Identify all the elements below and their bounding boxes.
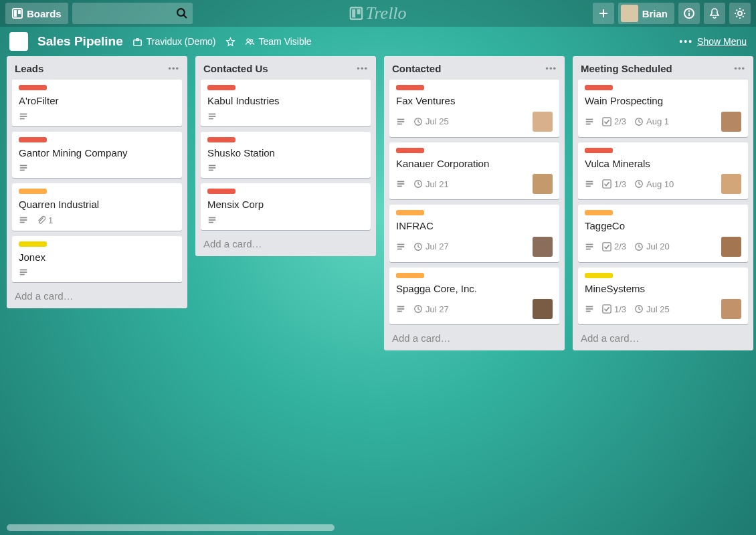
member-avatar[interactable]: [533, 174, 553, 194]
card[interactable]: Mensix Corp: [201, 183, 371, 230]
search-input[interactable]: [72, 3, 193, 24]
list-title[interactable]: Contacted Us: [203, 63, 268, 74]
card[interactable]: Jonex: [12, 236, 182, 283]
card[interactable]: Vulca Minerals 1/3Aug 10: [578, 142, 748, 200]
card[interactable]: INFRAC Jul 27: [389, 205, 559, 262]
add-card-button[interactable]: Add a card…: [389, 330, 559, 345]
card-title: Quarren Industrial: [19, 198, 175, 211]
list-header: Meeting Scheduled •••: [578, 62, 748, 74]
list-menu-button[interactable]: •••: [734, 64, 745, 74]
card[interactable]: Wain Prospecting 2/3Aug 1: [578, 80, 748, 137]
card-badges-row: [19, 112, 175, 121]
card-title: Mensix Corp: [207, 198, 364, 211]
member-avatar[interactable]: [533, 112, 553, 132]
card-label: [19, 85, 47, 90]
card-label: [396, 210, 424, 215]
member-avatar[interactable]: [721, 237, 741, 257]
member-avatar[interactable]: [721, 112, 741, 132]
add-card-button[interactable]: Add a card…: [12, 288, 182, 303]
create-button[interactable]: [593, 3, 614, 24]
visibility-label: Team Visible: [259, 36, 312, 47]
info-icon: [683, 7, 695, 19]
card[interactable]: Gantor Mining Company: [12, 132, 182, 179]
list-menu-button[interactable]: •••: [545, 64, 557, 74]
card[interactable]: TaggeCo 2/3Jul 20: [578, 205, 748, 262]
card-badges: 1/3Aug 10: [585, 179, 674, 189]
card-badges-row: [19, 268, 175, 277]
gear-icon: [734, 7, 746, 19]
info-button[interactable]: [678, 3, 700, 24]
star-icon: [225, 37, 235, 47]
list-menu-button[interactable]: •••: [357, 64, 368, 74]
list: Meeting Scheduled ••• Wain Prospecting 2…: [573, 56, 753, 350]
notifications-button[interactable]: [704, 3, 725, 24]
member-avatar[interactable]: [721, 174, 741, 194]
card[interactable]: Spagga Core, Inc. Jul 27: [389, 268, 559, 325]
add-card-button[interactable]: Add a card…: [201, 235, 371, 251]
card-title: A'roFilter: [19, 94, 175, 108]
due-badge: Jul 25: [634, 304, 670, 314]
attachment-badge: 1: [36, 215, 53, 225]
card-title: Shusko Station: [207, 146, 364, 160]
star-board-button[interactable]: [225, 37, 235, 47]
card-badges-row: Jul 25: [396, 112, 553, 132]
member-avatar[interactable]: [721, 299, 741, 319]
user-menu-button[interactable]: Brian: [618, 3, 674, 24]
card-badges-row: 2/3Aug 1: [585, 112, 741, 132]
card-label: [585, 210, 613, 215]
card-badges-row: Jul 27: [396, 237, 553, 257]
show-menu-link[interactable]: Show Menu: [697, 36, 747, 47]
member-avatar[interactable]: [533, 299, 553, 319]
horizontal-scrollbar[interactable]: [7, 524, 335, 531]
board-header: Sales Pipeline Travidux (Demo) Team Visi…: [0, 27, 756, 56]
card-label: [19, 241, 47, 247]
list-title[interactable]: Leads: [15, 63, 43, 74]
description-badge: [19, 268, 28, 277]
card-title: TaggeCo: [585, 219, 741, 233]
card-badges-row: [207, 112, 364, 121]
top-bar: Boards Trello Brian: [0, 0, 756, 27]
settings-button[interactable]: [729, 3, 751, 24]
card[interactable]: Quarren Industrial 1: [12, 183, 182, 231]
card-label: [585, 273, 613, 278]
card[interactable]: MineSystems 1/3Jul 25: [578, 268, 748, 325]
list-menu-button[interactable]: •••: [168, 64, 179, 74]
card-badges: [207, 215, 217, 225]
due-badge: Jul 21: [413, 179, 449, 189]
card-badges-row: Jul 21: [396, 174, 553, 194]
list-header: Leads •••: [12, 62, 182, 74]
list-title[interactable]: Contacted: [392, 63, 441, 74]
card-label: [585, 148, 613, 153]
card[interactable]: Fax Ventures Jul 25: [389, 80, 559, 137]
visibility-button[interactable]: Team Visible: [245, 36, 312, 47]
due-badge: Aug 10: [634, 179, 674, 189]
avatar: [621, 5, 638, 22]
checklist-badge: 2/3: [602, 241, 626, 251]
card[interactable]: Kabul Industries: [201, 80, 371, 126]
card-label: [19, 189, 47, 194]
org-link[interactable]: Travidux (Demo): [132, 36, 216, 47]
description-badge: [396, 304, 405, 314]
board-icon: [349, 7, 363, 20]
add-card-button[interactable]: Add a card…: [578, 330, 748, 345]
list-title[interactable]: Meeting Scheduled: [581, 63, 672, 74]
description-badge: [585, 242, 594, 251]
board-title[interactable]: Sales Pipeline: [37, 34, 123, 49]
boards-button[interactable]: Boards: [5, 3, 68, 24]
card[interactable]: Kanauer Corporation Jul 21: [389, 142, 559, 200]
card-title: Gantor Mining Company: [19, 146, 175, 160]
card-badges: Jul 27: [396, 304, 449, 314]
card-title: Kanauer Corporation: [396, 157, 553, 171]
org-name: Travidux (Demo): [147, 36, 216, 47]
card[interactable]: Shusko Station: [201, 132, 371, 179]
board-canvas[interactable]: Leads ••• A'roFilter Gantor Mining Compa…: [0, 56, 756, 523]
description-badge: [585, 117, 594, 126]
card[interactable]: A'roFilter: [12, 80, 182, 126]
card-badges: Jul 21: [396, 179, 449, 189]
card-badges: [19, 112, 28, 121]
card-label: [396, 148, 424, 153]
member-avatar[interactable]: [533, 237, 553, 257]
card-title: MineSystems: [585, 282, 741, 296]
card-title: INFRAC: [396, 219, 553, 233]
description-badge: [207, 215, 217, 225]
